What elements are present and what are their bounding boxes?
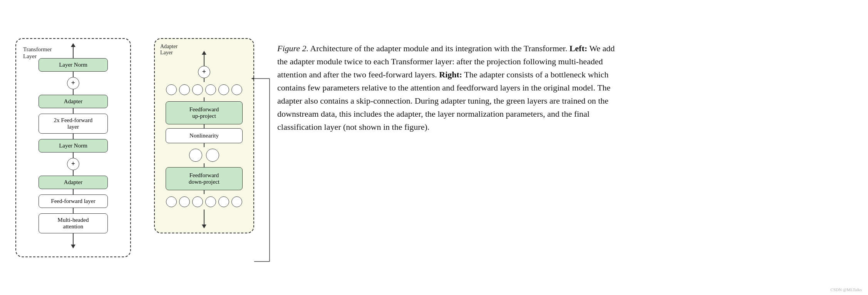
adapter-top: Adapter [39, 95, 108, 108]
layer-norm-top: Layer Norm [39, 58, 108, 72]
node-4 [205, 84, 216, 95]
main-container: TransformerLayer Layer Norm + Adapter 2x… [15, 38, 853, 257]
multi-headed-attention: Multi-headedattention [39, 213, 108, 233]
node-b4 [205, 196, 216, 207]
feedforward-up: Feedforwardup-project [166, 101, 243, 124]
watermark: CSDN @MLTalks [831, 287, 862, 292]
top-node-row [163, 82, 246, 97]
plus-circle-mid: + [67, 158, 79, 170]
feed-forward-2x: 2x Feed-forwardlayer [39, 114, 108, 134]
left-diagram: TransformerLayer Layer Norm + Adapter 2x… [15, 38, 131, 257]
adapter-plus-circle-top: + [198, 66, 210, 78]
bottleneck-circles [189, 147, 219, 163]
node-b3 [192, 196, 203, 207]
transformer-label: TransformerLayer [23, 46, 52, 60]
node-3 [192, 84, 203, 95]
node-6 [231, 84, 242, 95]
node-b2 [179, 196, 190, 207]
node-1 [166, 84, 177, 95]
middle-diagram: AdapterLayer + Feedforwardup-project [154, 38, 254, 233]
node-5 [218, 84, 229, 95]
adapter-label: AdapterLayer [160, 44, 178, 56]
left-bold: Left: [570, 44, 587, 53]
layer-norm-mid: Layer Norm [39, 139, 108, 153]
bottom-node-row [163, 194, 246, 210]
adapter-outer: AdapterLayer + Feedforwardup-project [154, 38, 254, 233]
node-b6 [231, 196, 242, 207]
bottleneck-node-2 [206, 149, 219, 162]
node-b1 [166, 196, 177, 207]
node-b5 [218, 196, 229, 207]
plus-circle-top: + [67, 77, 79, 89]
adapter-mid: Adapter [39, 176, 108, 189]
node-2 [179, 84, 190, 95]
figure-label: Figure 2. [277, 44, 308, 53]
right-bold: Right: [439, 70, 462, 79]
nonlinearity: Nonlinearity [166, 128, 243, 143]
right-text: Figure 2. Architecture of the adapter mo… [277, 38, 624, 134]
body-text: Architecture of the adapter module and i… [310, 44, 569, 53]
transformer-outer: TransformerLayer Layer Norm + Adapter 2x… [15, 38, 131, 257]
feedforward-down: Feedforwarddown-project [166, 167, 243, 190]
feed-forward: Feed-forward layer [39, 194, 108, 208]
bottleneck-node-1 [189, 149, 202, 162]
